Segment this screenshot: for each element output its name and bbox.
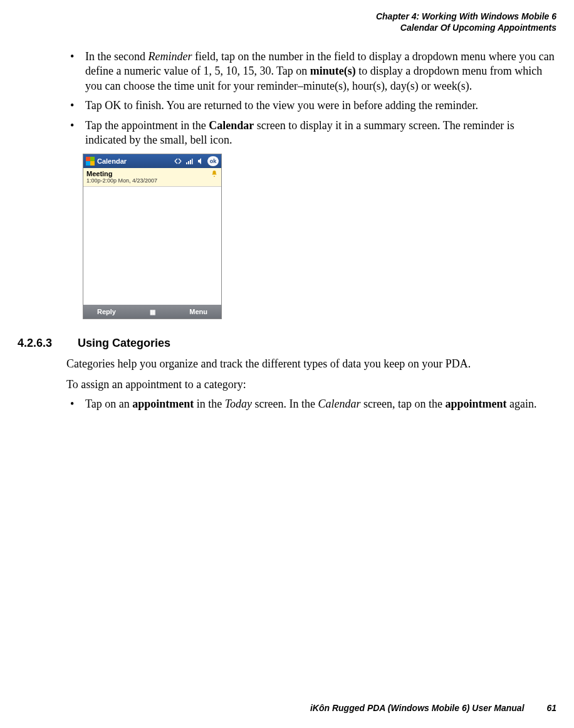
list-item: Tap the appointment in the Calendar scre… (66, 119, 556, 148)
header-section: Calendar Of Upcoming Appointments (18, 23, 556, 34)
section-number: 4.2.6.3 (18, 337, 66, 350)
device-screenshot: Calendar ok Meeting 1:00p-2:00p Mon, 4/2… (83, 154, 222, 319)
appointment-body (83, 187, 221, 305)
svg-rect-3 (192, 159, 193, 164)
page-footer: iKôn Rugged PDA (Windows Mobile 6) User … (310, 703, 556, 713)
bell-icon (211, 170, 218, 179)
connectivity-icon (174, 157, 182, 166)
list-item: In the second Reminder field, tap on the… (66, 50, 556, 93)
start-icon (86, 157, 95, 166)
appointment-summary: Meeting 1:00p-2:00p Mon, 4/23/2007 (83, 168, 221, 187)
svg-rect-2 (190, 160, 191, 164)
volume-icon (196, 157, 205, 166)
softkey-right[interactable]: Menu (189, 308, 207, 315)
svg-rect-0 (186, 162, 187, 164)
section-title: Using Categories (78, 337, 170, 350)
page-header: Chapter 4: Working With Windows Mobile 6… (18, 11, 556, 33)
instruction-list-top: In the second Reminder field, tap on the… (66, 50, 556, 147)
section-heading: 4.2.6.3 Using Categories (66, 337, 556, 350)
ok-button[interactable]: ok (207, 156, 219, 166)
list-item: Tap on an appointment in the Today scree… (66, 397, 556, 411)
instruction-list-bottom: Tap on an appointment in the Today scree… (66, 397, 556, 411)
manual-title: iKôn Rugged PDA (Windows Mobile 6) User … (310, 703, 524, 713)
app-title: Calendar (97, 157, 127, 165)
list-item: Tap OK to finish. You are returned to th… (66, 98, 556, 113)
appointment-title: Meeting (86, 170, 218, 177)
svg-rect-1 (188, 161, 189, 164)
softkey-left[interactable]: Reply (97, 308, 116, 315)
titlebar: Calendar ok (83, 154, 221, 168)
softkey-bar: Reply ▦ Menu (83, 305, 221, 319)
signal-icon (185, 157, 194, 166)
keyboard-icon[interactable]: ▦ (144, 309, 162, 315)
body-paragraph: To assign an appointment to a category: (66, 377, 556, 392)
appointment-time: 1:00p-2:00p Mon, 4/23/2007 (86, 177, 218, 184)
body-paragraph: Categories help you organize and track t… (66, 356, 556, 371)
page-number: 61 (546, 703, 556, 713)
header-chapter: Chapter 4: Working With Windows Mobile 6 (18, 11, 556, 23)
